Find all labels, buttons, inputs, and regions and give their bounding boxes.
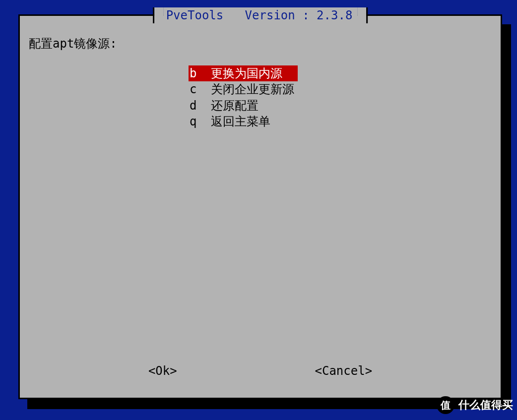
dialog-box: PveTools Version : 2.3.8 配置apt镜像源: b 更换为…: [18, 14, 502, 399]
ok-button[interactable]: <Ok>: [148, 363, 177, 379]
menu-item-key: c: [190, 81, 204, 97]
menu-item-key: q: [190, 114, 204, 129]
frame-gap-right: [357, 7, 366, 23]
menu-item-b[interactable]: b 更换为国内源: [189, 65, 298, 81]
frame-gap-left: [154, 7, 163, 23]
prompt-label: 配置apt镜像源:: [29, 36, 117, 52]
menu-item-d[interactable]: d 还原配置: [189, 98, 298, 114]
dialog-title: PveTools Version : 2.3.8: [163, 7, 358, 23]
dialog-title-bar: PveTools Version : 2.3.8: [153, 7, 368, 23]
menu-item-q[interactable]: q 返回主菜单: [189, 114, 298, 129]
menu-item-key: b: [190, 65, 204, 81]
watermark: 值 什么值得买: [437, 396, 513, 414]
menu-item-label: 还原配置: [204, 99, 258, 113]
watermark-badge-icon: 值: [437, 396, 454, 414]
menu-item-label: 更换为国内源: [204, 66, 297, 80]
dialog-buttons: <Ok> <Cancel>: [20, 363, 501, 379]
frame-tee-right: [366, 7, 368, 23]
terminal-screen: PveTools Version : 2.3.8 配置apt镜像源: b 更换为…: [0, 0, 517, 420]
watermark-text: 什么值得买: [458, 398, 513, 413]
menu-list: b 更换为国内源 c 关闭企业更新源d 还原配置q 返回主菜单: [189, 65, 298, 130]
menu-item-key: d: [190, 98, 204, 114]
cancel-button[interactable]: <Cancel>: [315, 363, 372, 379]
menu-item-c[interactable]: c 关闭企业更新源: [189, 81, 298, 97]
menu-item-label: 关闭企业更新源: [204, 82, 294, 96]
menu-item-label: 返回主菜单: [204, 115, 270, 128]
